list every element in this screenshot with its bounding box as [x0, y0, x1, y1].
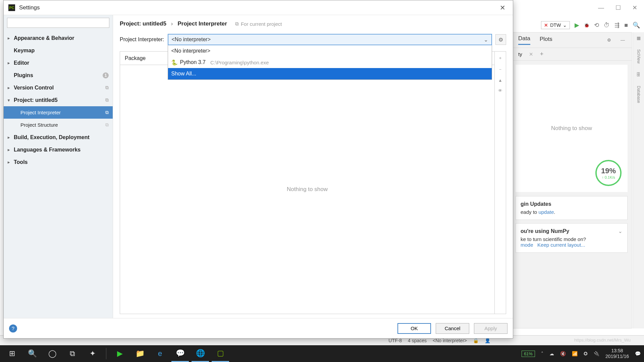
start-icon[interactable]: ⊞: [3, 345, 21, 362]
search-icon[interactable]: 🔍: [633, 21, 640, 29]
update-link[interactable]: update: [538, 209, 554, 215]
sciview-tool[interactable]: SciView: [636, 49, 641, 63]
chrome-icon[interactable]: 🌐: [192, 345, 209, 362]
note-body: ke to turn scientific mode on?: [521, 236, 623, 242]
watermark: https://blog.csdn.net/Mrs_Wu: [574, 338, 631, 343]
wifi-icon[interactable]: 📶: [572, 351, 578, 356]
run-config-select[interactable]: ✕ DTW ⌄: [541, 21, 570, 29]
power-icon[interactable]: 🔌: [594, 351, 599, 356]
bc-hint: ⧉For current project: [235, 21, 282, 27]
taskview-icon[interactable]: ⧉: [64, 345, 81, 362]
add-subtab-icon[interactable]: +: [540, 51, 544, 58]
interpreter-label: Project Interpreter:: [120, 37, 164, 43]
gear-icon[interactable]: ⚙: [607, 38, 611, 43]
dialog-title: Settings: [19, 4, 40, 11]
progress-pct: 19%: [601, 167, 616, 175]
tree-lang[interactable]: ▸Languages & Frameworks: [4, 143, 113, 156]
breadcrumb: Project: untitled5 › Project Interpreter…: [120, 20, 506, 27]
cortana-icon[interactable]: ◯: [44, 345, 61, 362]
tab-plots[interactable]: Plots: [540, 36, 552, 45]
project-scope-icon: ⧉: [235, 21, 239, 27]
tree-plugins[interactable]: Plugins1: [4, 69, 113, 81]
db-icon[interactable]: 🗄: [636, 72, 641, 77]
right-tool-rail: ▦ SciView 🗄 Database: [633, 32, 644, 328]
add-package-icon[interactable]: ＋: [498, 55, 502, 61]
search-input[interactable]: [7, 18, 109, 28]
apply-button[interactable]: Apply: [474, 323, 507, 334]
tree-project[interactable]: ▾Project: untitled5⧉: [4, 94, 113, 106]
gear-icon: ⚙: [498, 37, 503, 43]
maximize-icon[interactable]: ☐: [615, 4, 621, 11]
hide-icon[interactable]: —: [621, 38, 625, 43]
notifications-icon[interactable]: 💬: [635, 351, 641, 356]
tree-tools[interactable]: ▸Tools: [4, 156, 113, 168]
grid-icon[interactable]: ▦: [637, 36, 641, 41]
volume-icon[interactable]: 🔇: [560, 351, 566, 356]
combo-value: <No interpreter>: [172, 37, 211, 43]
stop-icon[interactable]: ■: [624, 22, 628, 29]
tab-data[interactable]: Data: [518, 35, 530, 45]
interpreter-settings-button[interactable]: ⚙: [495, 34, 506, 45]
tree-appearance[interactable]: ▸Appearance & Behavior: [4, 32, 113, 44]
remove-package-icon[interactable]: －: [498, 66, 502, 72]
show-early-icon[interactable]: 👁: [498, 88, 502, 93]
database-tool[interactable]: Database: [636, 86, 641, 103]
app1-icon[interactable]: ✦: [84, 345, 101, 362]
settings-tree: ▸Appearance & Behavior Keymap ▸Editor Pl…: [4, 31, 113, 318]
coverage-icon[interactable]: ⟲: [594, 21, 599, 29]
dd-show-all[interactable]: Show All...: [168, 68, 492, 79]
window-controls: — ☐ ✕: [543, 0, 644, 15]
ime-icon[interactable]: ✪: [584, 351, 588, 356]
sci-mode-link[interactable]: mode: [521, 242, 533, 248]
chevron-down-icon: ⌄: [563, 22, 567, 28]
media-icon[interactable]: ▶: [111, 345, 128, 362]
tree-editor[interactable]: ▸Editor: [4, 57, 113, 69]
run-config-label: DTW: [550, 22, 561, 28]
empty-label: Nothing to show: [551, 125, 592, 132]
keep-layout-link[interactable]: Keep current layout...: [537, 242, 585, 248]
pycharm-icon[interactable]: ▢: [212, 345, 229, 362]
dd-no-interpreter[interactable]: <No interpreter>: [168, 45, 492, 57]
ok-button[interactable]: OK: [397, 323, 431, 334]
taskbar: ⊞ 🔍 ◯ ⧉ ✦ ▶ 📁 e 💬 🌐 ▢ 61% ˄ ☁ 🔇 📶 ✪ 🔌 13…: [0, 345, 644, 362]
close-icon[interactable]: ✕: [497, 2, 508, 13]
debug-icon[interactable]: 🐞: [584, 23, 589, 28]
python-icon: 🐍: [171, 59, 177, 65]
profile-icon[interactable]: ⏱: [604, 22, 610, 29]
dialog-titlebar: PC Settings ✕: [4, 0, 513, 15]
systray: 61% ˄ ☁ 🔇 📶 ✪ 🔌 13:58 2019/11/16 💬: [522, 348, 641, 359]
tree-keymap[interactable]: Keymap: [4, 44, 113, 57]
close-subtab-icon[interactable]: ✕: [529, 51, 533, 57]
tree-project-interpreter[interactable]: Project Interpreter⧉: [4, 106, 113, 119]
clock[interactable]: 13:58 2019/11/16: [605, 348, 629, 359]
tree-project-structure[interactable]: Project Structure⧉: [4, 119, 113, 131]
minimize-icon[interactable]: —: [598, 4, 604, 11]
chevron-down-icon[interactable]: ⌄: [618, 228, 623, 234]
battery-indicator[interactable]: 61%: [522, 351, 535, 357]
wechat-icon[interactable]: 💬: [171, 345, 189, 362]
tree-build[interactable]: ▸Build, Execution, Deployment: [4, 131, 113, 143]
close-window-icon[interactable]: ✕: [632, 4, 637, 11]
edge-icon[interactable]: e: [151, 345, 169, 362]
subtab-ty[interactable]: ty: [518, 51, 522, 57]
upgrade-package-icon[interactable]: ▲: [498, 78, 502, 83]
cloud-icon[interactable]: ☁: [549, 351, 554, 356]
notification-numpy[interactable]: ⌄ ou're using NumPy ke to turn scientifi…: [516, 223, 628, 253]
tree-vcs[interactable]: ▸Version Control⧉: [4, 81, 113, 94]
run-icon[interactable]: ▶: [575, 21, 579, 29]
cancel-button[interactable]: Cancel: [436, 323, 469, 334]
interpreter-combo[interactable]: <No interpreter> ⌄ <No interpreter> 🐍 Py…: [168, 34, 492, 45]
search-task-icon[interactable]: 🔍: [23, 345, 41, 362]
note-title: ou're using NumPy: [521, 228, 623, 234]
tray-up-icon[interactable]: ˄: [541, 351, 543, 356]
notification-updates[interactable]: gin Updates eady to update.: [516, 196, 628, 220]
progress-rate: ↑ 0.1K/s: [602, 175, 615, 179]
explorer-icon[interactable]: 📁: [131, 345, 149, 362]
app-icon: PC: [8, 4, 15, 11]
x-icon: ✕: [544, 22, 548, 28]
bc-page: Project Interpreter: [178, 20, 227, 27]
ide-toolbar: ✕ DTW ⌄ ▶ 🐞 ⟲ ⏱ ⇶ ■ 🔍: [541, 19, 640, 31]
dd-python37[interactable]: 🐍 Python 3.7 C:\Programing\python.exe: [168, 57, 492, 68]
help-icon[interactable]: ?: [9, 324, 17, 333]
attach-icon[interactable]: ⇶: [614, 21, 620, 29]
